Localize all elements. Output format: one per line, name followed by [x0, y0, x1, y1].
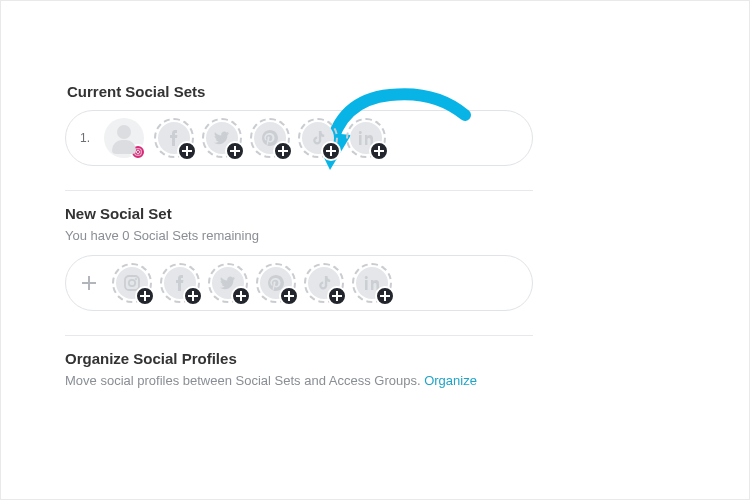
organize-description: Move social profiles between Social Sets… — [65, 373, 685, 388]
add-pinterest-slot[interactable] — [256, 263, 296, 303]
plus-icon — [369, 141, 389, 161]
divider — [65, 335, 533, 336]
add-linkedin-slot[interactable] — [346, 118, 386, 158]
plus-icon — [231, 286, 251, 306]
plus-icon — [273, 141, 293, 161]
svg-point-4 — [135, 278, 137, 280]
add-tiktok-slot[interactable] — [298, 118, 338, 158]
svg-rect-2 — [125, 276, 139, 290]
add-tiktok-slot[interactable] — [304, 263, 344, 303]
row-index: 1. — [80, 131, 94, 145]
organize-text: Move social profiles between Social Sets… — [65, 373, 424, 388]
plus-icon — [183, 286, 203, 306]
add-set-button[interactable] — [80, 274, 98, 292]
new-set-row — [65, 255, 533, 311]
instagram-icon — [130, 144, 146, 160]
svg-point-1 — [136, 150, 139, 153]
new-set-title: New Social Set — [65, 205, 685, 222]
add-pinterest-slot[interactable] — [250, 118, 290, 158]
remaining-text: You have 0 Social Sets remaining — [65, 228, 685, 243]
plus-icon — [321, 141, 341, 161]
organize-link[interactable]: Organize — [424, 373, 477, 388]
add-facebook-slot[interactable] — [154, 118, 194, 158]
current-set-row: 1. — [65, 110, 533, 166]
add-facebook-slot[interactable] — [160, 263, 200, 303]
svg-point-3 — [129, 280, 135, 286]
add-linkedin-slot[interactable] — [352, 263, 392, 303]
svg-rect-0 — [135, 149, 141, 155]
plus-icon — [327, 286, 347, 306]
plus-icon — [225, 141, 245, 161]
plus-icon — [135, 286, 155, 306]
plus-icon — [177, 141, 197, 161]
current-sets-title: Current Social Sets — [67, 83, 685, 100]
divider — [65, 190, 533, 191]
plus-icon — [375, 286, 395, 306]
add-twitter-slot[interactable] — [208, 263, 248, 303]
plus-icon — [279, 286, 299, 306]
add-instagram-slot[interactable] — [112, 263, 152, 303]
avatar[interactable] — [104, 118, 144, 158]
organize-title: Organize Social Profiles — [65, 350, 685, 367]
add-twitter-slot[interactable] — [202, 118, 242, 158]
